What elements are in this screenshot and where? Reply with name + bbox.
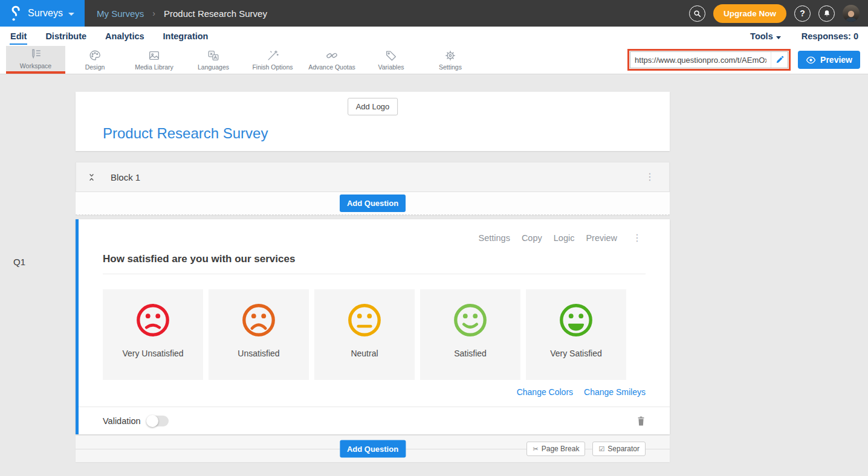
toolbar-item-advance-quotas[interactable]: Advance Quotas [302,46,361,74]
smiley-option-label: Neutral [351,349,378,358]
pencil-icon [776,56,784,64]
topbar-actions: Upgrade Now ? [689,4,868,23]
smiley-option-neutral[interactable]: Neutral [314,289,415,380]
question-preview-link[interactable]: Preview [586,233,617,243]
breadcrumb-my-surveys[interactable]: My Surveys [97,8,144,19]
satisfied-smiley-icon [452,289,489,339]
survey-header-card: Add Logo Product Research Survey [76,92,670,151]
toolbar-item-label: Finish Options [252,63,293,71]
tools-label: Tools [750,31,773,41]
collapse-block-button[interactable] [87,172,96,182]
translate-icon [207,49,220,62]
annotation-highlight-url [627,49,791,71]
question-logic-link[interactable]: Logic [554,233,575,243]
questionpro-logo-icon [10,5,22,22]
add-logo-button[interactable]: Add Logo [348,98,398,115]
toolbar-item-label: Advance Quotas [308,63,355,71]
tools-dropdown[interactable]: Tools [750,31,781,41]
search-icon [693,9,702,18]
toggle-knob [146,415,158,427]
notifications-button[interactable] [818,5,835,22]
surveys-menu[interactable]: Surveys [0,0,85,27]
toolbar-right: Preview [627,49,860,71]
question-menu-button[interactable]: ⋮ [629,231,646,245]
upgrade-now-button[interactable]: Upgrade Now [713,4,786,23]
change-colors-link[interactable]: Change Colors [517,387,573,397]
change-smileys-link[interactable]: Change Smileys [584,387,646,397]
toolbar-item-finish-options[interactable]: Finish Options [243,46,302,74]
block-menu-button[interactable]: ⋮ [641,170,658,184]
responses-count: Responses: 0 [802,31,858,41]
smiley-customize-links: Change Colors Change Smileys [103,387,646,397]
search-button[interactable] [689,5,705,22]
palette-icon [88,49,102,62]
toolbar-item-workspace[interactable]: Workspace [6,46,65,74]
collapse-vertical-icon [87,172,96,182]
tag-icon [384,49,398,62]
question-mark-icon: ? [800,8,805,18]
smiley-option-label: Satisfied [454,349,487,358]
survey-title[interactable]: Product Research Survey [103,125,268,142]
magic-wand-icon [266,49,279,62]
link-icon [325,49,338,62]
tab-analytics[interactable]: Analytics [105,28,144,45]
help-button[interactable]: ? [794,5,811,22]
toolbar-item-label: Languages [198,63,229,71]
toolbar-item-label: Design [85,63,105,71]
question-title[interactable]: How satisfied are you with our services [103,253,646,274]
question-settings-link[interactable]: Settings [478,233,510,243]
add-question-button-bottom[interactable]: Add Question [340,440,406,458]
validation-toggle[interactable] [147,416,169,426]
toolbar-item-settings[interactable]: Settings [421,46,480,74]
scissors-icon: ✂ [533,445,538,453]
smiley-option-label: Very Satisfied [550,349,602,358]
tab-edit[interactable]: Edit [10,28,27,45]
neutral-smiley-icon [346,289,383,339]
very-satisfied-smiley-icon [557,289,595,339]
user-avatar[interactable] [843,5,860,22]
delete-question-button[interactable] [636,416,646,426]
smiley-option-unsatisfied[interactable]: Unsatisfied [209,289,309,380]
add-question-row: Add Question [76,192,670,215]
toolbar-item-label: Settings [439,63,462,71]
edit-url-button[interactable] [771,52,788,68]
chevron-down-icon [68,13,74,16]
checkbox-icon: ☑ [598,445,604,453]
smiley-option-very-unsatisfied[interactable]: Very Unsatisfied [103,289,203,380]
smiley-option-label: Very Unsatisfied [122,349,183,358]
toolbar-item-media-library[interactable]: Media Library [125,46,184,74]
eye-icon [806,56,816,64]
block-title[interactable]: Block 1 [111,172,140,182]
smiley-option-satisfied[interactable]: Satisfied [420,289,520,380]
tab-distribute[interactable]: Distribute [45,28,87,45]
toolbar-item-label: Variables [378,63,404,71]
surveys-menu-label: Surveys [28,8,63,19]
survey-url-input[interactable] [630,56,771,65]
question-copy-link[interactable]: Copy [522,233,542,243]
top-bar: Surveys My Surveys › Product Research Su… [0,0,868,27]
breadcrumb: My Surveys › Product Research Survey [97,8,267,19]
unsatisfied-smiley-icon [240,289,277,339]
workspace-icon [29,48,42,61]
bell-icon [823,9,831,18]
smiley-option-very-satisfied[interactable]: Very Satisfied [526,289,626,380]
section-nav: Edit Distribute Analytics Integration To… [0,27,868,46]
chevron-down-icon [776,36,781,39]
toolbar-item-variables[interactable]: Variables [361,46,421,74]
preview-button[interactable]: Preview [798,51,860,69]
toolbar-item-label: Media Library [135,63,173,71]
trash-icon [636,416,646,426]
separator-button[interactable]: ☑ Separator [592,442,646,456]
add-question-button-top[interactable]: Add Question [340,195,406,212]
footer-right-buttons: ✂ Page Break ☑ Separator [526,442,646,456]
block-footer: Add Question ✂ Page Break ☑ Separator [76,436,670,462]
survey-url-field [630,51,788,68]
image-icon [147,49,161,62]
page-break-label: Page Break [542,445,580,453]
toolbar-item-design[interactable]: Design [65,46,125,74]
page-break-button[interactable]: ✂ Page Break [526,442,585,456]
toolbar-item-languages[interactable]: Languages [184,46,243,74]
tab-integration[interactable]: Integration [163,28,209,45]
validation-row: Validation [79,407,670,434]
question-card-q1: Settings Copy Logic Preview ⋮ How satisf… [76,219,670,434]
